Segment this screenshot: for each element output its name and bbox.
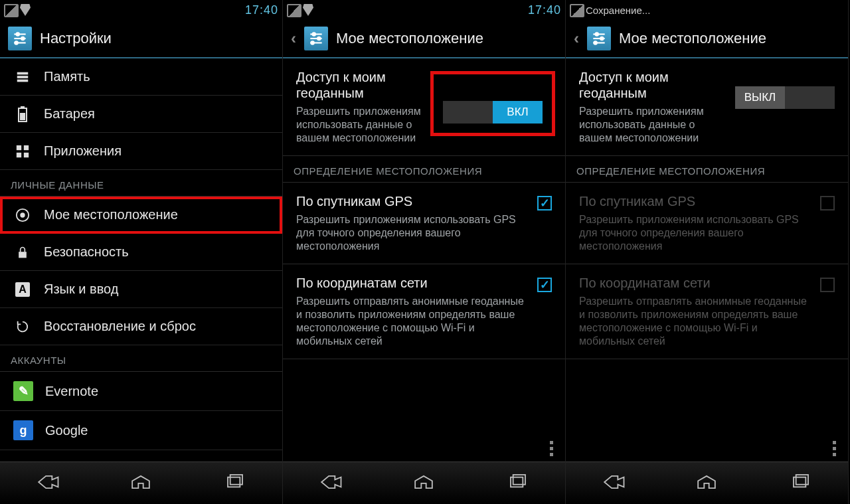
nav-bar [0, 462, 282, 504]
svg-point-30 [313, 33, 315, 35]
svg-point-40 [594, 41, 596, 44]
settings-backup-label: Восстановление и сброс [44, 319, 196, 334]
back-icon[interactable]: ‹ [574, 29, 579, 48]
svg-rect-9 [17, 72, 29, 74]
settings-backup[interactable]: Восстановление и сброс [0, 308, 282, 345]
toggle-off-label: ВЫКЛ [735, 86, 785, 109]
settings-battery[interactable]: Батарея [0, 96, 282, 133]
nav-bar [283, 462, 565, 504]
settings-memory-label: Память [44, 69, 90, 84]
badge-icon [20, 4, 32, 16]
settings-location-label: Мое местоположение [44, 207, 178, 222]
location-icon [13, 208, 32, 222]
status-bar: 17:40 [283, 0, 565, 20]
nav-back[interactable] [33, 473, 62, 494]
overflow-menu-icon[interactable] [833, 441, 836, 456]
storage-icon [13, 70, 32, 84]
overflow-menu-icon[interactable] [550, 441, 553, 456]
settings-security-label: Безопасность [44, 244, 129, 260]
settings-language[interactable]: A Язык и ввод [0, 271, 282, 308]
toggle-off-label [443, 101, 493, 124]
nav-bar [566, 462, 848, 504]
gallery-icon [570, 4, 582, 16]
gps-checkbox [820, 196, 835, 210]
location-header[interactable]: ‹ Мое местоположение [566, 20, 848, 58]
svg-point-20 [20, 212, 25, 217]
account-google[interactable]: g Google [0, 411, 282, 450]
restore-icon [13, 319, 32, 334]
svg-point-31 [317, 37, 320, 40]
section-personal: ЛИЧНЫЕ ДАННЫЕ [0, 170, 282, 197]
settings-header: Настройки [0, 20, 282, 58]
section-detect: ОПРЕДЕЛЕНИЕ МЕСТОПОЛОЖЕНИЯ [283, 156, 565, 183]
page-title: Мое местоположение [619, 30, 766, 47]
geo-access-sub: Разрешить приложениям использовать данны… [296, 105, 424, 145]
clock: 17:40 [528, 3, 561, 17]
nav-recents[interactable] [503, 473, 533, 494]
settings-security[interactable]: Безопасность [0, 234, 282, 271]
location-list: Доступ к моим геоданным Разрешить прилож… [566, 58, 848, 462]
svg-point-6 [17, 33, 19, 35]
section-detect: ОПРЕДЕЛЕНИЕ МЕСТОПОЛОЖЕНИЯ [566, 156, 848, 183]
geo-access-toggle[interactable]: ВКЛ [443, 101, 543, 124]
battery-settings-icon [13, 106, 32, 122]
phone-location-on: 17:40 ‹ Мое местоположение Доступ к моим… [283, 0, 566, 504]
settings-icon [8, 27, 32, 50]
nav-home[interactable] [409, 473, 438, 494]
language-icon: A [13, 282, 32, 297]
network-row: По координатам сети Разрешить отправлять… [566, 264, 848, 359]
toggle-on-label [785, 86, 835, 109]
nav-back[interactable] [598, 473, 628, 494]
phone-location-off: Сохранение... ‹ Мое местоположение Досту… [566, 0, 849, 504]
svg-point-39 [600, 37, 603, 40]
network-row[interactable]: По координатам сети Разрешить отправлять… [283, 264, 565, 359]
network-title: По координатам сети [579, 275, 811, 291]
status-bar: 17:40 [0, 0, 282, 20]
badge-icon [303, 4, 315, 16]
settings-language-label: Язык и ввод [44, 282, 118, 297]
gps-row: По спутникам GPS Разрешить приложениям и… [566, 183, 848, 264]
account-google-label: Google [45, 423, 88, 438]
svg-point-32 [311, 41, 313, 44]
geo-access-toggle[interactable]: ВЫКЛ [735, 86, 835, 109]
svg-rect-16 [24, 145, 29, 149]
settings-apps[interactable]: Приложения [0, 133, 282, 170]
location-header[interactable]: ‹ Мое местоположение [283, 20, 565, 58]
settings-apps-label: Приложения [44, 143, 122, 159]
geo-access-row[interactable]: Доступ к моим геоданным Разрешить прилож… [566, 58, 848, 156]
evernote-icon: ✎ [13, 381, 33, 401]
settings-icon [304, 27, 328, 50]
svg-rect-15 [17, 145, 21, 149]
svg-rect-18 [24, 152, 29, 157]
gps-checkbox[interactable] [537, 196, 552, 210]
network-sub: Разрешить отправлять анонимные геоданные… [579, 295, 811, 348]
nav-home[interactable] [692, 473, 721, 494]
geo-access-title: Доступ к моим геоданным [579, 69, 726, 101]
svg-point-38 [596, 33, 598, 35]
saving-label: Сохранение... [586, 5, 650, 16]
svg-rect-11 [17, 79, 29, 82]
settings-location[interactable]: Мое местоположение [0, 197, 282, 234]
network-checkbox[interactable] [537, 278, 552, 292]
gallery-icon [287, 4, 299, 16]
account-evernote[interactable]: ✎ Evernote [0, 372, 282, 411]
geo-access-row[interactable]: Доступ к моим геоданным Разрешить прилож… [283, 58, 565, 156]
svg-rect-21 [19, 252, 27, 258]
settings-memory[interactable]: Память [0, 58, 282, 96]
gallery-icon [4, 4, 16, 16]
nav-recents[interactable] [786, 473, 815, 494]
nav-back[interactable] [315, 473, 345, 494]
nav-recents[interactable] [220, 473, 250, 494]
gps-sub: Разрешить приложениям использовать GPS д… [579, 213, 811, 253]
settings-list: Память Батарея Приложения ЛИЧНЫЕ ДАННЫЕ … [0, 58, 282, 462]
account-evernote-label: Evernote [45, 384, 98, 399]
gps-row[interactable]: По спутникам GPS Разрешить приложениям и… [283, 183, 565, 264]
settings-battery-label: Батарея [44, 106, 95, 122]
svg-rect-10 [17, 76, 29, 78]
nav-home[interactable] [126, 473, 155, 494]
back-icon[interactable]: ‹ [291, 29, 296, 48]
svg-rect-17 [17, 152, 21, 157]
apps-icon [13, 144, 32, 159]
location-list: Доступ к моим геоданным Разрешить прилож… [283, 58, 565, 462]
svg-rect-14 [20, 113, 25, 120]
